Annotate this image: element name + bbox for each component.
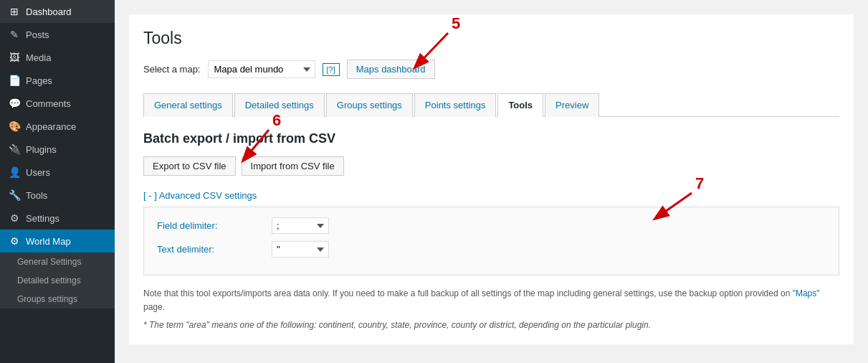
sidebar-item-label: Appearance: [26, 121, 76, 132]
sidebar-item-label: World Map: [26, 236, 71, 247]
sidebar-item-label: Settings: [26, 213, 59, 224]
main-content: Tools Select a map: Mapa del mundo [?] M…: [115, 0, 868, 363]
page-title: Tools: [143, 29, 839, 48]
note-text: Note that this tool exports/imports area…: [143, 287, 839, 314]
sidebar-item-label: Posts: [26, 29, 49, 40]
plugins-icon: 🔌: [9, 143, 20, 155]
svg-text:6: 6: [272, 111, 281, 129]
select-map-label: Select a map:: [143, 64, 201, 75]
tab-points[interactable]: Points settings: [414, 93, 497, 117]
sidebar-item-comments[interactable]: 💬 Comments: [0, 92, 115, 115]
sidebar: ⊞ Dashboard ✎ Posts 🖼 Media 📄 Pages 💬 Co…: [0, 0, 115, 363]
tab-general[interactable]: General settings: [143, 93, 233, 117]
sidebar-item-label: Comments: [26, 98, 71, 109]
settings-icon: ⚙: [9, 212, 20, 224]
pages-icon: 📄: [9, 75, 20, 86]
text-delimiter-select[interactable]: ": [272, 241, 329, 258]
text-delimiter-label: Text delimiter:: [157, 244, 264, 255]
maps-link[interactable]: "Maps": [793, 288, 820, 298]
sidebar-item-label: Tools: [26, 190, 47, 201]
help-link[interactable]: [?]: [323, 63, 340, 76]
tab-tools[interactable]: Tools: [497, 93, 543, 117]
dashboard-icon: ⊞: [9, 6, 20, 17]
svg-line-5: [656, 193, 692, 218]
comments-icon: 💬: [9, 98, 20, 109]
sidebar-item-pages[interactable]: 📄 Pages: [0, 69, 115, 92]
annotation-6-arrow: 6: [215, 117, 330, 174]
sidebar-item-settings[interactable]: ⚙ Settings: [0, 207, 115, 230]
csv-button-row: Export to CSV file Import from CSV file …: [143, 156, 839, 176]
sidebar-item-label: Plugins: [26, 144, 57, 155]
advanced-toggle[interactable]: [ - ] Advanced CSV settings: [143, 190, 257, 201]
sidebar-item-world-map[interactable]: ⚙ World Map: [0, 230, 115, 253]
submenu-label: Groups settings: [17, 294, 77, 304]
submenu-general-settings[interactable]: General Settings: [0, 253, 115, 271]
annotation-5-arrow: 5: [373, 20, 487, 77]
users-icon: 👤: [9, 166, 20, 178]
field-delimiter-select[interactable]: ;: [272, 217, 329, 234]
tabs: General settings Detailed settings Group…: [143, 93, 839, 117]
italic-note: * The term "area" means one of the follo…: [143, 320, 839, 330]
sidebar-item-label: Users: [26, 167, 50, 178]
sidebar-item-plugins[interactable]: 🔌 Plugins: [0, 138, 115, 161]
sidebar-item-dashboard[interactable]: ⊞ Dashboard: [0, 0, 115, 23]
annotation-7-arrow: 7: [588, 179, 731, 229]
sidebar-item-users[interactable]: 👤 Users: [0, 161, 115, 184]
tools-icon: 🔧: [9, 189, 20, 201]
svg-text:5: 5: [452, 14, 460, 32]
field-delimiter-label: Field delimiter:: [157, 220, 264, 231]
sidebar-item-label: Dashboard: [26, 6, 72, 17]
sidebar-item-label: Media: [26, 52, 51, 63]
sidebar-item-appearance[interactable]: 🎨 Appearance: [0, 115, 115, 138]
submenu-label: Detailed settings: [17, 275, 81, 286]
sidebar-item-posts[interactable]: ✎ Posts: [0, 23, 115, 46]
content-area: Tools Select a map: Mapa del mundo [?] M…: [129, 14, 854, 344]
submenu-detailed-settings[interactable]: Detailed settings: [0, 271, 115, 290]
appearance-icon: 🎨: [9, 121, 20, 132]
svg-line-1: [416, 33, 448, 67]
sidebar-item-tools[interactable]: 🔧 Tools: [0, 184, 115, 207]
world-map-icon: ⚙: [9, 235, 20, 247]
svg-text:7: 7: [695, 174, 704, 192]
advanced-box: Field delimiter: ; Text delimiter: " 7: [143, 207, 839, 275]
sidebar-item-label: Pages: [26, 75, 52, 86]
advanced-section: [ - ] Advanced CSV settings Field delimi…: [143, 190, 839, 275]
tab-preview[interactable]: Preview: [545, 93, 599, 117]
media-icon: 🖼: [9, 52, 20, 63]
posts-icon: ✎: [9, 29, 20, 40]
map-select[interactable]: Mapa del mundo: [208, 60, 315, 78]
tab-groups[interactable]: Groups settings: [326, 93, 413, 117]
world-map-submenu: General Settings Detailed settings Group…: [0, 253, 115, 308]
submenu-groups-settings[interactable]: Groups settings: [0, 290, 115, 308]
select-map-row: Select a map: Mapa del mundo [?] Maps da…: [143, 60, 839, 79]
submenu-label: General Settings: [17, 257, 81, 267]
text-delimiter-row: Text delimiter: ": [157, 241, 826, 258]
svg-line-3: [244, 130, 269, 160]
sidebar-item-media[interactable]: 🖼 Media: [0, 46, 115, 69]
